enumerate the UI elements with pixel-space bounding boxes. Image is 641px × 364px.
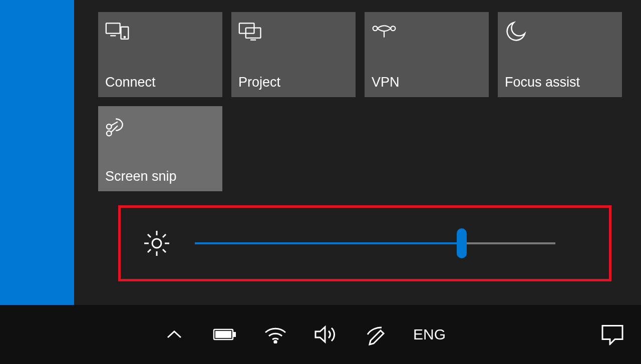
system-tray: ENG: [160, 305, 446, 364]
brightness-icon: [143, 229, 171, 257]
screen-snip-tile[interactable]: Screen snip: [98, 106, 222, 191]
project-icon: [238, 21, 263, 42]
battery-icon[interactable]: [211, 321, 238, 348]
svg-line-20: [163, 249, 166, 252]
action-center-icon[interactable]: [598, 321, 626, 348]
quick-action-tiles: Connect Project: [98, 12, 622, 191]
svg-point-7: [373, 26, 378, 31]
desktop-edge: [0, 0, 74, 305]
brightness-slider-highlight: [118, 205, 611, 281]
tile-label: VPN: [372, 75, 482, 90]
svg-line-12: [111, 122, 118, 126]
svg-line-19: [148, 234, 151, 237]
wifi-icon[interactable]: [261, 321, 289, 348]
tile-label: Connect: [105, 75, 215, 90]
svg-point-3: [124, 37, 126, 38]
svg-line-22: [148, 249, 151, 252]
vpn-tile[interactable]: VPN: [365, 12, 489, 97]
action-center-panel: Connect Project: [74, 0, 641, 305]
tile-label: Focus assist: [505, 75, 615, 90]
svg-rect-0: [106, 23, 120, 33]
project-tile[interactable]: Project: [231, 12, 356, 97]
svg-point-10: [107, 124, 112, 129]
svg-rect-24: [233, 332, 236, 337]
svg-point-8: [391, 26, 395, 31]
focus-assist-tile[interactable]: Focus assist: [498, 12, 622, 97]
svg-rect-25: [215, 331, 231, 338]
pen-icon[interactable]: [363, 321, 390, 348]
connect-icon: [105, 21, 130, 42]
svg-line-21: [163, 234, 166, 237]
volume-icon[interactable]: [312, 321, 340, 348]
tray-overflow-chevron-icon[interactable]: [160, 321, 188, 348]
slider-fill: [195, 242, 462, 244]
language-indicator[interactable]: ENG: [413, 326, 446, 343]
svg-point-11: [107, 131, 112, 136]
tile-label: Project: [238, 75, 349, 90]
svg-point-26: [274, 341, 276, 343]
svg-point-14: [152, 239, 161, 248]
vpn-icon: [372, 21, 397, 42]
connect-tile[interactable]: Connect: [98, 12, 222, 97]
screen-snip-icon: [105, 115, 130, 136]
tile-label: Screen snip: [105, 169, 215, 184]
taskbar: ENG: [0, 305, 641, 364]
moon-icon: [505, 21, 530, 42]
slider-thumb[interactable]: [457, 228, 467, 258]
brightness-slider[interactable]: [195, 242, 555, 244]
